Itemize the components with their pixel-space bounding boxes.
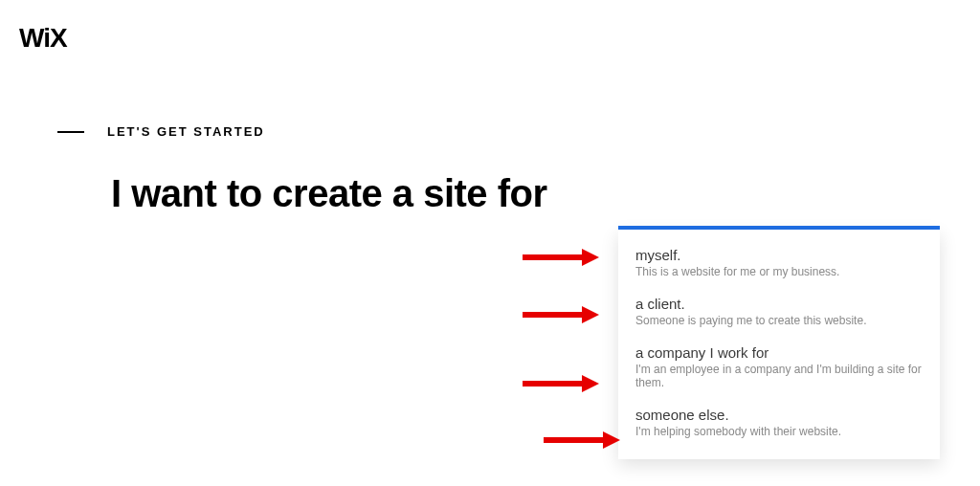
arrow-icon [544,431,624,447]
option-desc: I'm an employee in a company and I'm bui… [635,363,923,389]
option-title: someone else. [635,407,923,423]
arrow-icon [523,306,603,321]
audience-dropdown[interactable]: myself. This is a website for me or my b… [618,230,940,459]
intro-row: LET'S GET STARTED [57,124,265,139]
option-someone-else[interactable]: someone else. I'm helping somebody with … [635,407,923,438]
option-title: a company I work for [635,344,923,361]
option-title: myself. [635,247,923,263]
arrow-icon [523,375,603,390]
onboarding-page: WiX LET'S GET STARTED I want to create a… [0,0,980,486]
option-title: a client. [635,296,923,312]
option-desc: This is a website for me or my business. [635,265,923,278]
option-company[interactable]: a company I work for I'm an employee in … [635,344,923,389]
intro-eyebrow: LET'S GET STARTED [107,124,265,139]
arrow-icon [523,249,603,264]
option-desc: Someone is paying me to create this webs… [635,314,923,327]
option-myself[interactable]: myself. This is a website for me or my b… [635,247,923,278]
intro-dash-icon [57,131,84,133]
option-client[interactable]: a client. Someone is paying me to create… [635,296,923,327]
wix-logo[interactable]: WiX [19,23,67,54]
page-title: I want to create a site for [111,172,547,215]
option-desc: I'm helping somebody with their website. [635,425,923,438]
